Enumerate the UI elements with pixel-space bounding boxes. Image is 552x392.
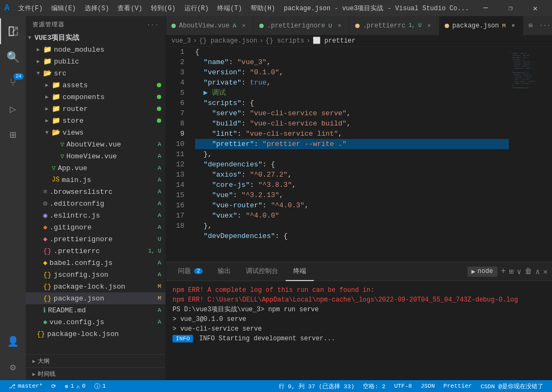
- breadcrumb-vue3[interactable]: vue_3: [171, 37, 191, 45]
- tree-item-prettierrc[interactable]: {} .prettierrc 1, U: [26, 245, 165, 257]
- tree-item-babelconfig[interactable]: ◆ babel.config.js A: [26, 257, 165, 269]
- minimize-button[interactable]: ─: [473, 0, 498, 16]
- tab-prettierignore[interactable]: .prettierignore U ×: [254, 16, 350, 35]
- panel-more[interactable]: ∨: [517, 267, 521, 276]
- menu-file[interactable]: 文件(F): [14, 2, 47, 15]
- breadcrumb-scripts[interactable]: {} scripts: [265, 37, 304, 45]
- activity-bar: 🔍 ⑂ 24 ▷ ⊞ 👤 ⚙: [0, 16, 26, 380]
- tree-item-browserslistrc[interactable]: ≡ .browserslistrc A: [26, 186, 165, 198]
- tab-aboutview-close[interactable]: ×: [239, 22, 248, 30]
- tree-item-aboutview[interactable]: ▽ AboutView.vue A: [26, 138, 165, 150]
- panel-terminal-split[interactable]: ⊞: [509, 267, 513, 276]
- menu-goto[interactable]: 转到(G): [147, 2, 180, 15]
- menu-terminal[interactable]: 终端(T): [213, 2, 246, 15]
- tree-item-public[interactable]: ▶ 📁 public: [26, 55, 165, 67]
- tab-prettierrc[interactable]: .prettierrc 1, U ×: [350, 16, 439, 35]
- sidebar-header-actions[interactable]: ···: [147, 22, 159, 28]
- tree-item-router[interactable]: ▶ 📁 router: [26, 103, 165, 115]
- editor-more-icon[interactable]: ···: [538, 16, 552, 35]
- code-line-5: ▶ 调试: [195, 88, 509, 98]
- settings-activity-icon[interactable]: ⚙: [0, 354, 26, 380]
- sidebar: 资源管理器 ··· ▼ VUE3项目实战 ▶ 📁 node_modules ▶ …: [26, 16, 166, 380]
- panel-maximize[interactable]: ∧: [535, 267, 540, 276]
- search-activity-icon[interactable]: 🔍: [0, 44, 26, 70]
- menu-select[interactable]: 选择(S): [80, 2, 114, 15]
- maximize-button[interactable]: ❐: [498, 0, 523, 16]
- status-prettier[interactable]: Prettier: [439, 380, 477, 392]
- status-spaces[interactable]: 空格: 2: [358, 380, 390, 392]
- menu-edit[interactable]: 编辑(E): [47, 2, 80, 15]
- close-button[interactable]: ✕: [523, 0, 548, 16]
- tab-prettierignore-dot: [259, 24, 264, 28]
- terminal-line-5: > vue_3@0.1.0 serve: [172, 314, 546, 324]
- tree-item-eslintrc[interactable]: ◉ .eslintrc.js A: [26, 209, 165, 221]
- code-content[interactable]: { "name": "vue_3", "version": "0.1.0", "…: [190, 47, 509, 262]
- status-encoding[interactable]: UTF-8: [390, 380, 416, 392]
- tab-aboutview[interactable]: AboutView.vue A ×: [166, 16, 254, 35]
- tree-item-views[interactable]: ▼ 📂 views: [26, 127, 165, 138]
- panel-clear[interactable]: 🗑: [525, 267, 532, 276]
- source-control-activity-icon[interactable]: ⑂ 24: [0, 70, 26, 96]
- sidebar-timeline-section[interactable]: ▶ 时间线: [26, 367, 165, 380]
- status-info[interactable]: ⓘ 1: [90, 380, 111, 392]
- panel-tab-debug[interactable]: 调试控制台: [238, 262, 286, 281]
- panel-tab-output[interactable]: 输出: [210, 262, 238, 281]
- account-activity-icon[interactable]: 👤: [0, 328, 26, 354]
- tab-packagejson[interactable]: package.json M ×: [439, 16, 523, 35]
- tree-item-assets[interactable]: ▶ 📁 assets: [26, 79, 165, 91]
- panel-add-terminal[interactable]: +: [501, 267, 506, 276]
- tree-item-package-lock[interactable]: {} package-lock.json M: [26, 281, 165, 292]
- terminal-line-1: npm ERR! A complete log of this run can …: [172, 285, 546, 295]
- tree-item-store[interactable]: ▶ 📁 store: [26, 115, 165, 127]
- panel-node-label[interactable]: ▶ node: [467, 267, 498, 277]
- extensions-activity-icon[interactable]: ⊞: [0, 122, 26, 148]
- tree-item-package-lock-2[interactable]: {} package-lock.json: [26, 328, 165, 340]
- tree-item-node-modules[interactable]: ▶ 📁 node_modules: [26, 44, 165, 55]
- tree-item-components[interactable]: ▶ 📁 components: [26, 91, 165, 103]
- tab-prettierrc-close[interactable]: ×: [425, 22, 433, 30]
- errors-count: 1: [71, 383, 74, 389]
- status-format[interactable]: JSON: [416, 380, 439, 392]
- tree-item-prettierignore[interactable]: ◆ .prettierignore U: [26, 233, 165, 245]
- run-activity-icon[interactable]: ▷: [0, 96, 26, 122]
- panel-close[interactable]: ✕: [543, 267, 548, 276]
- tree-item-vueconfig[interactable]: ◆ vue.config.js A: [26, 316, 165, 328]
- terminal-line-8: INFO INFO Starting development server...: [172, 334, 546, 344]
- status-csdn[interactable]: CSDN @是你现在没错了: [476, 380, 548, 392]
- tree-item-homeview[interactable]: ▽ HomeView.vue A: [26, 150, 165, 162]
- tab-packagejson-dot: [445, 24, 449, 28]
- tree-item-package-json[interactable]: {} package.json M: [26, 292, 165, 304]
- explorer-activity-icon[interactable]: [0, 18, 26, 44]
- status-position[interactable]: 行 9, 列 37 (已选择 33): [274, 380, 359, 392]
- tree-item-jsconfig[interactable]: {} jsconfig.json A: [26, 269, 165, 281]
- tree-root[interactable]: ▼ VUE3项目实战: [26, 32, 165, 44]
- breadcrumb-prettier[interactable]: ⬜ prettier: [313, 37, 356, 45]
- tree-item-editorconfig[interactable]: ⚙ .editorconfig A: [26, 198, 165, 209]
- menu-run[interactable]: 运行(R): [180, 2, 213, 15]
- tree-item-src[interactable]: ▼ 📂 src: [26, 67, 165, 79]
- tab-prettierrc-status: 1, U: [409, 23, 422, 29]
- tree-item-gitignore[interactable]: ◆ .gitignore A: [26, 221, 165, 233]
- info-count: 1: [102, 383, 106, 389]
- terminal-content[interactable]: npm ERR! A complete log of this run can …: [166, 281, 552, 380]
- code-line-5b: "scripts": {: [195, 98, 509, 108]
- menu-help[interactable]: 帮助(H): [246, 2, 280, 15]
- breadcrumb-packagejson[interactable]: {} package.json: [199, 37, 257, 45]
- tab-prettierignore-status: U: [328, 23, 332, 29]
- tab-packagejson-close[interactable]: ×: [509, 22, 518, 30]
- status-errors[interactable]: ⊗ 1 ⚠ 0: [60, 380, 89, 392]
- status-branch[interactable]: ⎇ master*: [4, 380, 47, 392]
- panel-tab-terminal[interactable]: 终端: [286, 262, 314, 281]
- tree-item-readme[interactable]: ℹ README.md A: [26, 304, 165, 316]
- code-line-18: "devDependencies": {: [195, 231, 509, 241]
- tab-prettierignore-close[interactable]: ×: [335, 22, 344, 30]
- tree-item-appvue[interactable]: ▽ App.vue A: [26, 162, 165, 174]
- tree-item-mainjs[interactable]: JS main.js A: [26, 174, 165, 186]
- editor-layout-icon[interactable]: ⊞: [523, 16, 537, 35]
- git-branch-icon: ⎇: [9, 383, 16, 390]
- sidebar-outline-section[interactable]: ▶ 大纲: [26, 354, 165, 367]
- menu-view[interactable]: 查看(V): [113, 2, 147, 15]
- status-sync[interactable]: ⟳: [47, 380, 60, 392]
- panel-tab-problems[interactable]: 问题 2: [170, 262, 210, 281]
- code-line-9: "prettier": "prettier --write .": [195, 139, 509, 149]
